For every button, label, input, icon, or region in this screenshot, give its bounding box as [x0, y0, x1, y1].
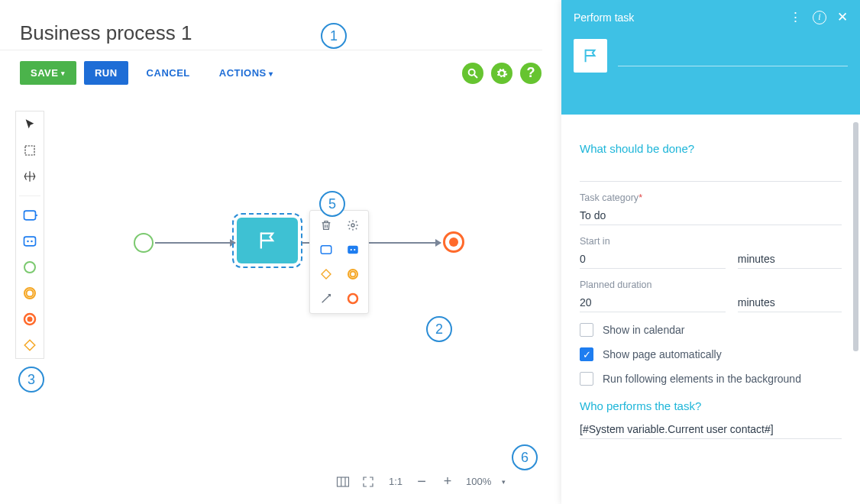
actual-size-button[interactable]: 1:1	[388, 476, 403, 487]
user-task-tool[interactable]	[21, 207, 38, 224]
end-event-tool[interactable]	[21, 311, 38, 328]
more-icon[interactable]: ⋮	[789, 9, 802, 25]
svg-rect-2	[25, 146, 34, 155]
svg-point-5	[27, 241, 29, 243]
add-intermediate-icon[interactable]	[344, 266, 361, 283]
background-checkbox[interactable]	[580, 372, 593, 386]
svg-line-1	[474, 75, 477, 78]
start-in-label: Start in	[580, 236, 842, 247]
zoom-out-button[interactable]: −	[414, 473, 429, 490]
svg-rect-3	[24, 211, 36, 220]
add-end-icon[interactable]	[344, 290, 361, 307]
pan-tool[interactable]	[21, 168, 38, 185]
element-name-input[interactable]	[618, 45, 848, 66]
info-icon[interactable]: i	[813, 11, 826, 24]
panel-header: Perform task ⋮ i ✕	[561, 0, 860, 115]
svg-point-16	[354, 249, 355, 250]
what-done-input[interactable]	[580, 163, 842, 182]
start-in-unit[interactable]	[738, 250, 842, 269]
zoom-dropdown-icon[interactable]: ▾	[502, 478, 506, 486]
search-icon[interactable]	[462, 63, 483, 84]
tool-palette	[15, 111, 44, 359]
scrollbar-thumb[interactable]	[853, 122, 858, 351]
pointer-tool[interactable]	[21, 116, 38, 133]
panel-title: Perform task	[574, 11, 634, 24]
minimap-icon[interactable]	[336, 476, 351, 488]
performer-input[interactable]	[580, 420, 842, 439]
gateway-tool[interactable]	[21, 337, 38, 354]
perform-task-node[interactable]	[237, 218, 298, 263]
sequence-flow[interactable]	[155, 242, 235, 244]
delete-icon[interactable]	[318, 217, 335, 234]
background-label: Run following elements in the background	[603, 373, 801, 385]
svg-rect-4	[24, 237, 36, 246]
svg-point-0	[469, 69, 475, 75]
svg-point-6	[31, 241, 33, 243]
fit-screen-icon[interactable]	[362, 476, 377, 488]
svg-rect-13	[321, 246, 331, 254]
gear-icon[interactable]	[491, 63, 512, 84]
svg-point-18	[350, 272, 355, 277]
show-calendar-checkbox[interactable]	[580, 323, 593, 337]
start-event-node[interactable]	[134, 233, 154, 253]
add-system-task-icon[interactable]	[344, 241, 361, 258]
zoom-in-button[interactable]: +	[440, 473, 455, 489]
lasso-tool[interactable]	[21, 142, 38, 159]
help-icon[interactable]: ?	[520, 63, 542, 84]
cancel-button[interactable]: CANCEL	[136, 61, 201, 85]
end-event-node[interactable]	[443, 231, 464, 253]
process-canvas[interactable]	[46, 111, 561, 473]
change-type-icon[interactable]	[318, 290, 335, 307]
element-type-icon	[574, 39, 607, 73]
show-calendar-label: Show in calendar	[603, 324, 684, 336]
run-button[interactable]: RUN	[84, 61, 128, 85]
add-user-task-icon[interactable]	[318, 241, 335, 258]
section-who-link[interactable]: Who performs the task?	[580, 399, 842, 412]
process-title[interactable]: Business process 1	[0, 0, 542, 50]
toolbar: SAVE RUN CANCEL ACTIONS ?	[0, 50, 561, 89]
task-category-input[interactable]	[580, 206, 842, 225]
svg-point-15	[350, 249, 351, 250]
show-page-checkbox[interactable]: ✓	[580, 347, 593, 361]
duration-value[interactable]	[580, 293, 726, 312]
settings-icon[interactable]	[344, 217, 361, 234]
add-gateway-icon[interactable]	[318, 266, 335, 283]
svg-point-11	[27, 317, 33, 322]
panel-body: What should be done? Task category* Star…	[561, 115, 860, 504]
duration-label: Planned duration	[580, 279, 842, 290]
start-in-value[interactable]	[580, 250, 726, 269]
section-what-link[interactable]: What should be done?	[580, 142, 842, 155]
designer-main: Business process 1 SAVE RUN CANCEL ACTIO…	[0, 0, 561, 504]
callout-3: 3	[18, 367, 44, 393]
zoom-toolbar: 1:1 − + 100% ▾	[336, 473, 506, 490]
show-page-label: Show page automatically	[603, 348, 722, 360]
svg-point-7	[24, 262, 35, 273]
svg-point-9	[27, 290, 34, 297]
task-category-label: Task category*	[580, 192, 842, 203]
properties-panel: Perform task ⋮ i ✕ 4 What should be done…	[561, 0, 860, 504]
element-context-menu	[309, 210, 369, 314]
system-task-tool[interactable]	[21, 233, 38, 250]
svg-point-12	[351, 224, 354, 227]
intermediate-event-tool[interactable]	[21, 285, 38, 302]
duration-unit[interactable]	[738, 293, 842, 312]
zoom-level[interactable]: 100%	[466, 476, 491, 487]
actions-menu[interactable]: ACTIONS	[209, 61, 284, 85]
svg-rect-14	[348, 246, 358, 254]
close-icon[interactable]: ✕	[837, 9, 848, 25]
start-event-tool[interactable]	[21, 259, 38, 276]
svg-rect-20	[338, 477, 349, 486]
save-button[interactable]: SAVE	[20, 61, 76, 85]
svg-point-19	[348, 294, 357, 303]
